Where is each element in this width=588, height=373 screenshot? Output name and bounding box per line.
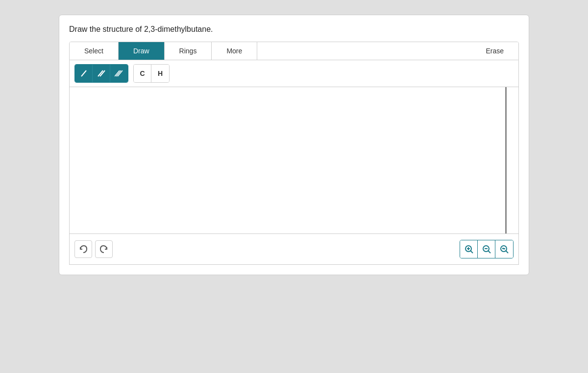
bond-group — [74, 64, 128, 83]
double-bond-icon — [97, 69, 106, 78]
single-bond-button[interactable] — [75, 65, 93, 82]
tab-erase[interactable]: Erase — [471, 42, 518, 60]
undo-icon — [78, 244, 88, 254]
zoom-group — [460, 240, 514, 258]
triple-bond-button[interactable] — [110, 65, 128, 82]
carbon-atom-button[interactable]: C — [134, 65, 151, 82]
redo-button[interactable] — [95, 240, 113, 258]
toolbar-tabs: Select Draw Rings More Erase — [69, 42, 519, 60]
bottom-bar — [69, 234, 519, 265]
tab-draw[interactable]: Draw — [119, 42, 165, 60]
double-bond-button[interactable] — [93, 65, 110, 82]
subtoolbar: C H — [69, 60, 519, 87]
triple-bond-icon — [115, 69, 123, 78]
zoom-in-button[interactable] — [460, 240, 478, 258]
svg-line-15 — [506, 251, 509, 254]
zoom-fit-button[interactable] — [478, 240, 495, 258]
main-card: Draw the structure of 2,3-dimethylbutane… — [59, 15, 529, 275]
svg-line-12 — [488, 251, 490, 254]
question-title: Draw the structure of 2,3-dimethylbutane… — [69, 25, 519, 34]
zoom-in-icon — [464, 244, 474, 254]
tab-more[interactable]: More — [212, 42, 257, 60]
drawing-canvas[interactable] — [69, 87, 519, 234]
undo-redo-group — [74, 240, 113, 258]
zoom-out-icon — [499, 244, 509, 254]
undo-button[interactable] — [74, 240, 92, 258]
single-bond-icon — [79, 69, 88, 78]
tab-select[interactable]: Select — [70, 42, 119, 60]
zoom-fit-icon — [482, 244, 491, 254]
tab-spacer — [257, 42, 471, 60]
vertical-divider — [505, 87, 507, 233]
svg-line-0 — [81, 70, 86, 76]
tab-rings[interactable]: Rings — [165, 42, 212, 60]
redo-icon — [99, 244, 109, 254]
svg-line-9 — [470, 251, 473, 254]
atom-group: C H — [133, 64, 170, 83]
zoom-out-button[interactable] — [495, 240, 513, 258]
hydrogen-atom-button[interactable]: H — [151, 65, 169, 82]
